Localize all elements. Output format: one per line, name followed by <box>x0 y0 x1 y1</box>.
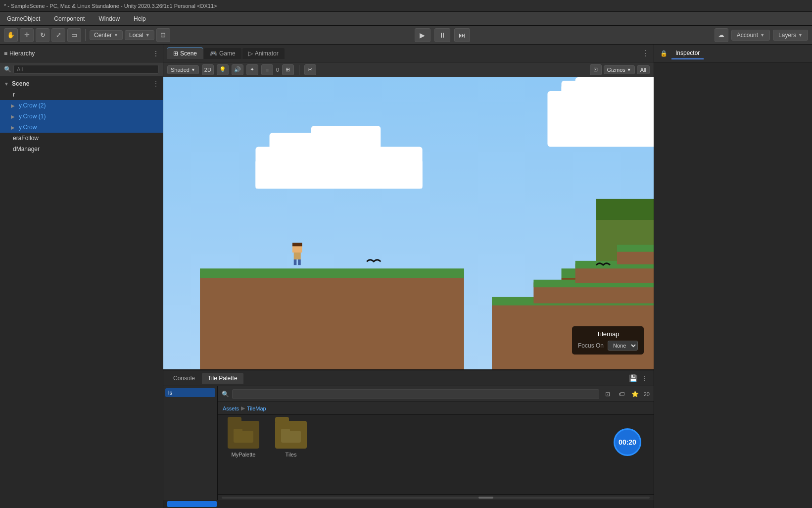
hierarchy-item-erafollow[interactable]: eraFollow <box>0 133 163 144</box>
fx-toggle[interactable]: ✦ <box>246 64 258 75</box>
tab-tile-palette[interactable]: Tile Palette <box>202 373 243 384</box>
step-button[interactable]: ⏭ <box>454 28 470 42</box>
hierarchy-item-crow2[interactable]: ▶ y.Crow (2) <box>0 100 163 111</box>
tool-rotate[interactable]: ↻ <box>36 28 49 42</box>
breadcrumb-tilemap[interactable]: TileMap <box>247 406 266 411</box>
account-arrow: ▼ <box>760 33 764 38</box>
transform-local-toggle[interactable]: Local ▼ <box>125 30 154 40</box>
all-dropdown[interactable]: All <box>637 65 650 74</box>
bottom-content: ls 🔍 ⊡ 🏷 ⭐ 20 Assets ▶ Tile <box>163 386 654 500</box>
progress-bar <box>167 501 217 507</box>
asset-search-icon: 🔍 <box>222 391 229 398</box>
scrollbar-thumb[interactable] <box>478 497 493 499</box>
scene-viewport[interactable]: Tilemap Focus On None <box>163 77 654 369</box>
scene-extra1[interactable]: ⊡ <box>590 64 602 75</box>
tab-scene[interactable]: ⊞ Scene <box>167 48 203 59</box>
center-arrow: ▼ <box>114 33 118 38</box>
transform-center-toggle[interactable]: Center ▼ <box>90 30 123 40</box>
scene-menu-icon[interactable]: ⋮ <box>153 80 159 87</box>
account-button[interactable]: Account ▼ <box>731 30 770 41</box>
hierarchy-search-input[interactable] <box>13 65 159 74</box>
layers-arrow: ▼ <box>798 33 803 38</box>
breadcrumb: Assets ▶ TileMap <box>218 402 654 415</box>
collab-btn[interactable]: ☁ <box>715 28 728 42</box>
mypalette-folder-icon <box>228 421 259 449</box>
game-icon: 🎮 <box>210 50 217 57</box>
asset-filter-btn3[interactable]: ⭐ <box>630 389 641 400</box>
svg-rect-15 <box>200 272 464 369</box>
grid-toggle[interactable]: ⊞ <box>282 64 294 75</box>
pause-button[interactable]: ⏸ <box>434 28 450 42</box>
svg-rect-12 <box>596 199 654 220</box>
bottom-menu-icon[interactable]: ⋮ <box>640 373 650 383</box>
tool-rect[interactable]: ▭ <box>67 28 81 42</box>
asset-filter-btn1[interactable]: ⊡ <box>602 389 613 400</box>
hierarchy-scene-row[interactable]: ▼ Scene ⋮ <box>0 78 163 89</box>
tilemap-title: Tilemap <box>578 330 638 338</box>
tab-game[interactable]: 🎮 Game <box>204 48 241 59</box>
crow1-arrow: ▶ <box>11 114 18 119</box>
window-title: * - SampleScene - PC, Mac & Linux Standa… <box>4 3 217 9</box>
hierarchy-search-bar: 🔍 <box>0 62 163 76</box>
asset-cat-selected[interactable]: ls <box>165 388 215 397</box>
hierarchy-menu-icon[interactable]: ⋮ <box>153 50 159 57</box>
tab-console[interactable]: Console <box>167 373 201 384</box>
hierarchy-item-r[interactable]: r <box>0 89 163 100</box>
asset-filter-btn2[interactable]: 🏷 <box>616 389 627 400</box>
tab-animator[interactable]: ▷ Animator <box>242 48 285 59</box>
asset-search-input[interactable] <box>232 389 599 399</box>
asset-tiles[interactable]: Tiles <box>271 421 311 457</box>
hierarchy-item-dmanager[interactable]: dManager <box>0 144 163 154</box>
svg-rect-32 <box>234 429 242 433</box>
animator-icon: ▷ <box>248 50 253 57</box>
tool-hand[interactable]: ✋ <box>4 28 18 42</box>
tiles-folder-svg <box>281 427 301 443</box>
tool-extra[interactable]: ⊡ <box>156 28 170 42</box>
asset-mypalette[interactable]: MyPalette <box>224 421 263 457</box>
svg-rect-24 <box>617 245 654 252</box>
2d-toggle[interactable]: 2D <box>202 64 214 75</box>
scene-camera-settings[interactable]: ✂ <box>304 64 316 75</box>
timer-circle: 00:20 <box>614 428 641 456</box>
shading-arrow: ▼ <box>191 67 195 72</box>
layers-button[interactable]: Layers ▼ <box>773 30 808 41</box>
toolbar: ✋ ✛ ↻ ⤢ ▭ Center ▼ Local ▼ ⊡ ▶ ⏸ ⏭ ☁ Acc… <box>0 26 812 45</box>
hierarchy-item-crow1[interactable]: ▶ y.Crow (1) <box>0 111 163 122</box>
lighting-toggle[interactable]: 💡 <box>217 64 229 75</box>
inspector-tab[interactable]: Inspector <box>671 48 704 59</box>
focuson-select[interactable]: None <box>608 341 638 351</box>
menu-window[interactable]: Window <box>96 14 123 23</box>
lock-icon[interactable]: 🔒 <box>660 50 668 57</box>
tilemap-overlay: Tilemap Focus On None <box>572 326 644 355</box>
scene-panel-menu[interactable]: ⋮ <box>642 49 650 58</box>
menu-component[interactable]: Component <box>51 14 88 23</box>
hierarchy-item-crow[interactable]: ▶ y.Crow <box>0 122 163 133</box>
scene-icon: ⊞ <box>173 50 178 57</box>
breadcrumb-assets[interactable]: Assets <box>223 406 239 411</box>
layer-filter[interactable]: ≡ <box>261 64 273 75</box>
menu-gameobject[interactable]: GameObject <box>4 14 43 23</box>
svg-rect-29 <box>298 259 301 265</box>
hierarchy-header: ≡ Hierarchy ⋮ <box>0 45 163 62</box>
mypalette-label: MyPalette <box>232 452 256 457</box>
bottom-save-icon[interactable]: 💾 <box>628 373 638 383</box>
tiles-label: Tiles <box>286 452 297 457</box>
svg-rect-34 <box>281 429 290 433</box>
tool-scale[interactable]: ⤢ <box>51 28 65 42</box>
toolbar-sep <box>299 65 299 75</box>
gizmos-dropdown[interactable]: Gizmos ▼ <box>604 65 635 74</box>
crow-arrow: ▶ <box>11 125 18 130</box>
tool-move[interactable]: ✛ <box>20 28 34 42</box>
hierarchy-panel-tab: ≡ <box>4 50 7 57</box>
shading-dropdown[interactable]: Shaded ▼ <box>167 65 199 74</box>
play-button[interactable]: ▶ <box>415 28 430 42</box>
layer-count: 0 <box>276 67 279 73</box>
menu-help[interactable]: Help <box>131 14 149 23</box>
hierarchy-scene-label: Scene <box>12 80 29 87</box>
audio-toggle[interactable]: 🔊 <box>232 64 243 75</box>
scene-panel: ⊞ Scene 🎮 Game ▷ Animator ⋮ Shaded ▼ <box>163 45 654 369</box>
scrollbar-track[interactable] <box>222 497 650 499</box>
menu-bar: GameObject Component Window Help <box>0 12 812 26</box>
center-area: ⊞ Scene 🎮 Game ▷ Animator ⋮ Shaded ▼ <box>163 45 654 508</box>
asset-grid: MyPalette Tiles <box>218 415 654 494</box>
